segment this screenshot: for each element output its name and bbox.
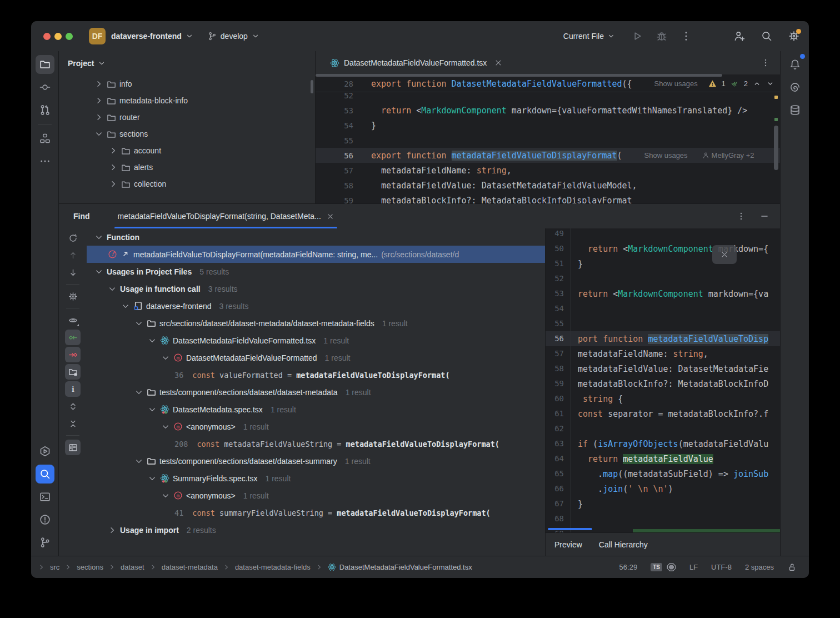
code-author-hint[interactable]: MellyGray +2 bbox=[702, 151, 754, 160]
activity-run-tool-button[interactable] bbox=[36, 442, 54, 461]
close-tab-icon[interactable] bbox=[494, 59, 502, 67]
previous-highlight-button[interactable] bbox=[753, 79, 761, 88]
activity-structure-button[interactable] bbox=[36, 129, 54, 148]
editor-options-button[interactable] bbox=[761, 58, 770, 67]
find-toolbar-eye-button[interactable] bbox=[65, 312, 81, 328]
find-result-row[interactable]: tests/component/sections/dataset/dataset… bbox=[87, 383, 545, 401]
breadcrumb-item[interactable]: dataset bbox=[121, 563, 144, 571]
project-tree-item-info[interactable]: info bbox=[59, 76, 315, 92]
find-result-row[interactable]: dataverse-frontend3 results bbox=[87, 297, 545, 315]
unlock-icon[interactable] bbox=[787, 562, 797, 572]
find-result-row[interactable]: src/sections/dataset/dataset-metadata/da… bbox=[87, 315, 545, 332]
find-toolbar-expand-button[interactable] bbox=[65, 398, 81, 414]
search-everywhere-button[interactable] bbox=[761, 30, 773, 42]
editor-vertical-scrollbar[interactable] bbox=[774, 51, 779, 203]
find-toolbar-access-read-button[interactable] bbox=[65, 330, 81, 345]
project-tree-item-router[interactable]: router bbox=[59, 109, 315, 126]
project-tree-scrollbar[interactable] bbox=[311, 80, 313, 93]
editor-tab[interactable]: DatasetMetadataFieldValueFormatted.tsx bbox=[330, 58, 502, 68]
preview-horizontal-scrollbar[interactable] bbox=[548, 528, 592, 530]
run-button[interactable] bbox=[631, 30, 643, 42]
project-selector[interactable]: dataverse-frontend bbox=[111, 32, 193, 41]
project-tree-item-metadata-block-info[interactable]: metadata-block-info bbox=[59, 92, 315, 109]
result-label: DatasetMetadataFieldValueFormatted.tsx bbox=[173, 336, 316, 345]
activity-more-button[interactable] bbox=[36, 152, 54, 171]
close-tab-icon[interactable] bbox=[327, 213, 334, 220]
project-tree-item-alerts[interactable]: alerts bbox=[59, 159, 315, 176]
encoding-widget[interactable]: UTF-8 bbox=[711, 563, 732, 571]
tab-preview[interactable]: Preview bbox=[554, 540, 582, 549]
breadcrumb-item[interactable]: src bbox=[50, 563, 59, 571]
caret-position[interactable]: 56:29 bbox=[619, 563, 638, 571]
show-usages-hint[interactable]: Show usages bbox=[644, 151, 688, 160]
editor-horizontal-scrollbar[interactable] bbox=[316, 74, 722, 77]
branch-selector[interactable]: develop bbox=[208, 32, 259, 41]
breadcrumb-item[interactable]: sections bbox=[77, 563, 103, 571]
tool-ai-button[interactable] bbox=[786, 78, 804, 97]
find-result-row[interactable]: Usage in function call3 results bbox=[87, 280, 545, 297]
minimize-window-button[interactable] bbox=[54, 33, 62, 40]
find-result-row[interactable]: DatasetMetadata.spec.tsx1 result bbox=[87, 401, 545, 418]
hide-panel-button[interactable] bbox=[760, 212, 769, 221]
find-result-row[interactable]: SummaryFields.spec.tsx1 result bbox=[87, 470, 545, 487]
find-result-row[interactable]: mDatasetMetadataFieldValueFormatted1 res… bbox=[87, 349, 545, 366]
find-toolbar-arrow-up-button[interactable] bbox=[65, 247, 81, 263]
tab-call-hierarchy[interactable]: Call Hierarchy bbox=[599, 540, 648, 549]
find-result-row[interactable]: m<anonymous>1 result bbox=[87, 418, 545, 435]
activity-terminal-button[interactable] bbox=[36, 487, 54, 506]
find-result-row[interactable]: Usage in import2 results bbox=[87, 521, 545, 539]
find-toolbar-collapse-button[interactable] bbox=[65, 416, 81, 431]
activity-pull-request-button[interactable] bbox=[36, 101, 54, 119]
find-result-row[interactable]: tests/component/sections/dataset/dataset… bbox=[87, 452, 545, 470]
run-configuration-selector[interactable]: Current File bbox=[563, 32, 615, 41]
find-options-button[interactable] bbox=[737, 212, 746, 221]
next-highlight-button[interactable] bbox=[766, 79, 774, 88]
find-toolbar-refresh-button[interactable] bbox=[65, 230, 81, 246]
project-tree-item-sections[interactable]: sections bbox=[59, 126, 315, 142]
find-toolbar-preview-pane-button[interactable] bbox=[65, 440, 81, 455]
find-preview-editor[interactable]: 4950 return <MarkdownComponent markdown=… bbox=[545, 228, 780, 556]
activity-branch-button[interactable] bbox=[36, 533, 54, 552]
project-tree-item-collection[interactable]: collection bbox=[59, 176, 315, 192]
breadcrumb-item[interactable]: DatasetMetadataFieldValueFormatted.tsx bbox=[328, 563, 472, 571]
find-result-row[interactable]: Usages in Project Files5 results bbox=[87, 263, 545, 280]
project-panel-header[interactable]: Project bbox=[59, 51, 315, 76]
more-actions-button[interactable] bbox=[680, 30, 692, 42]
inspections-widget[interactable]: 12 bbox=[708, 79, 774, 88]
settings-button[interactable] bbox=[788, 30, 800, 42]
find-toolbar-info-button[interactable]: i bbox=[65, 381, 81, 397]
activity-folder-tool-button[interactable] bbox=[36, 55, 54, 74]
hexagon-status-icon[interactable] bbox=[667, 562, 676, 572]
activity-problems-button[interactable] bbox=[36, 510, 54, 529]
line-ending-widget[interactable]: LF bbox=[689, 563, 698, 571]
find-toolbar-access-write-button[interactable] bbox=[65, 347, 81, 362]
find-toolbar-arrow-down-button[interactable] bbox=[65, 265, 81, 280]
find-result-row[interactable]: DatasetMetadataFieldValueFormatted.tsx1 … bbox=[87, 332, 545, 349]
close-preview-button[interactable] bbox=[712, 245, 737, 264]
breadcrumb-item[interactable]: dataset-metadata bbox=[162, 563, 218, 571]
find-result-row[interactable]: m<anonymous>1 result bbox=[87, 487, 545, 504]
project-tree-item-account[interactable]: account bbox=[59, 142, 315, 159]
find-result-row[interactable]: 41const summaryFieldValueString = metada… bbox=[87, 504, 545, 521]
activity-commit-button[interactable] bbox=[36, 78, 54, 97]
activity-search-button[interactable] bbox=[36, 465, 54, 484]
debug-button[interactable] bbox=[656, 30, 668, 42]
breadcrumb-item[interactable]: dataset-metadata-fields bbox=[235, 563, 311, 571]
show-usages-hint[interactable]: Show usages bbox=[654, 79, 698, 88]
typescript-badge[interactable]: TS bbox=[651, 563, 662, 571]
find-result-row[interactable]: 208const metadataFieldValueString = meta… bbox=[87, 435, 545, 452]
tool-database-button[interactable] bbox=[786, 101, 804, 119]
find-toolbar-folder-new-button[interactable] bbox=[65, 364, 81, 380]
find-result-row[interactable]: 36const valueFormatted = metadataFieldVa… bbox=[87, 366, 545, 383]
editor[interactable]: DatasetMetadataFieldValueFormatted.tsx 5… bbox=[316, 51, 780, 203]
tool-bell-button[interactable] bbox=[786, 55, 804, 74]
maximize-window-button[interactable] bbox=[66, 33, 73, 40]
close-window-button[interactable] bbox=[43, 33, 51, 40]
indent-widget[interactable]: 2 spaces bbox=[745, 563, 774, 571]
find-result-row[interactable]: Function bbox=[87, 228, 545, 246]
code-with-me-button[interactable] bbox=[733, 30, 746, 42]
scrollbar-thumb[interactable] bbox=[774, 126, 778, 170]
find-result-row[interactable]: fmetadataFieldValueToDisplayFormat(metad… bbox=[87, 246, 545, 263]
find-toolbar-gear-button[interactable] bbox=[65, 288, 81, 304]
find-results-tab[interactable]: metadataFieldValueToDisplayFormat(string… bbox=[114, 204, 337, 228]
